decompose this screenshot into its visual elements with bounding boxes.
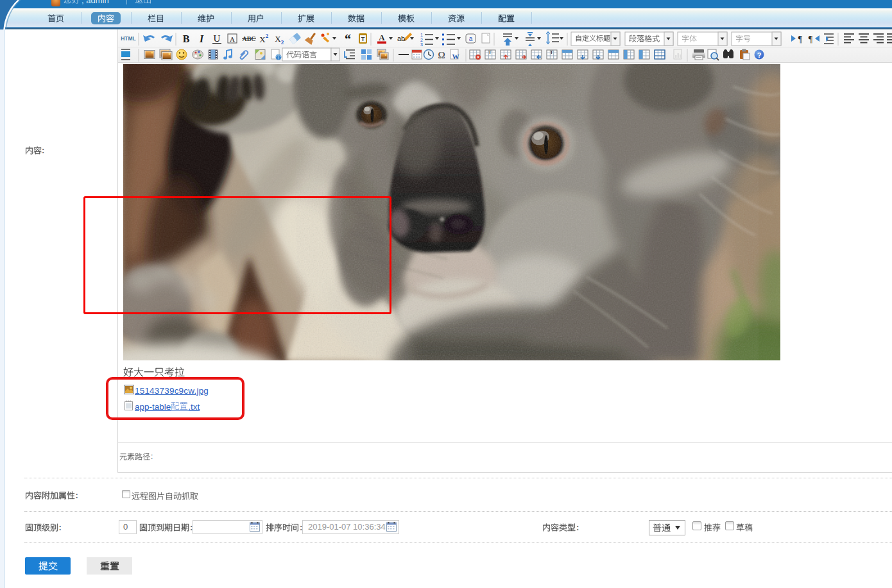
svg-text:2: 2 bbox=[266, 33, 269, 39]
svg-text:a: a bbox=[469, 35, 473, 42]
svg-text:¶: ¶ bbox=[809, 35, 813, 44]
svg-text:T: T bbox=[550, 49, 553, 55]
svg-text:ab: ab bbox=[397, 35, 405, 42]
svg-text:HTML: HTML bbox=[121, 35, 136, 42]
svg-text:?: ? bbox=[757, 51, 762, 59]
svg-text:¶: ¶ bbox=[798, 35, 803, 44]
svg-text:Ω: Ω bbox=[438, 50, 445, 60]
svg-text:3: 3 bbox=[420, 42, 423, 47]
svg-text:T: T bbox=[488, 49, 492, 55]
svg-text:“: “ bbox=[345, 32, 351, 46]
svg-text:B: B bbox=[183, 33, 190, 44]
svg-text:U: U bbox=[214, 33, 221, 44]
svg-text:A: A bbox=[230, 35, 235, 43]
svg-text:A: A bbox=[379, 33, 385, 42]
svg-text:T: T bbox=[361, 36, 365, 42]
svg-text:2: 2 bbox=[420, 38, 423, 42]
svg-text:2: 2 bbox=[281, 39, 284, 46]
svg-text:W: W bbox=[452, 53, 459, 60]
svg-text:1: 1 bbox=[420, 33, 423, 37]
svg-text:I: I bbox=[199, 33, 204, 44]
